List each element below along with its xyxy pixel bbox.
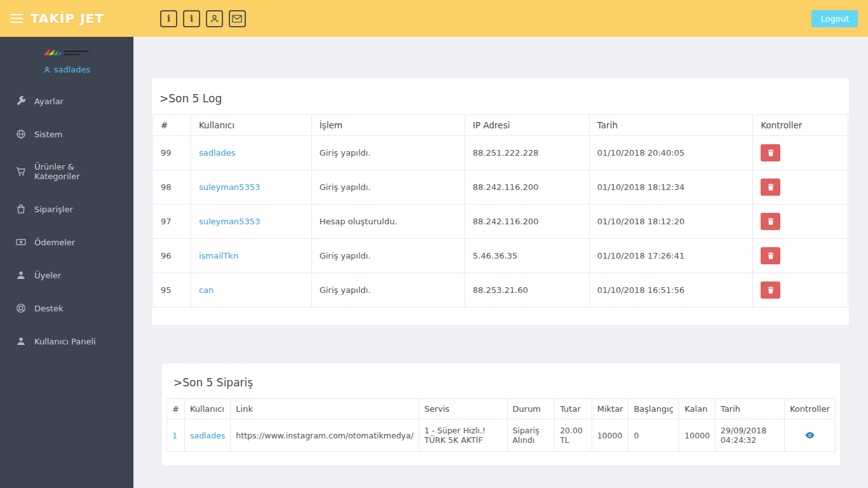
- cell-date: 01/10/2018 16:51:56: [589, 273, 752, 308]
- table-row: 1 sadlades https://www.instagram.com/oto…: [167, 419, 836, 452]
- column-header: #: [167, 399, 185, 419]
- topbar-icon-group: i i: [160, 10, 246, 27]
- sidebar-item-label: Ödemeler: [34, 238, 75, 247]
- column-header: Başlangıç: [628, 399, 679, 419]
- order-card-title: >Son 5 Sipariş: [166, 376, 836, 398]
- sidebar-item-siparisler[interactable]: Siparişler: [0, 193, 133, 226]
- sidebar-username: sadlades: [54, 65, 91, 74]
- column-header: Miktar: [592, 399, 628, 419]
- sidebar: sadlades Ayarlar Sistem Ürünler & Katego…: [0, 37, 133, 488]
- app-title: TAKİP JET: [31, 11, 104, 26]
- cell-remaining: 10000: [679, 419, 715, 452]
- user-link[interactable]: can: [199, 285, 214, 295]
- sidebar-item-destek[interactable]: Destek: [0, 292, 133, 325]
- column-header: Servis: [419, 399, 507, 419]
- sidebar-item-label: Ayarlar: [34, 97, 64, 106]
- info-icon[interactable]: i: [183, 10, 200, 27]
- cell-id: 95: [153, 273, 191, 308]
- main-content: >Son 5 Log # Kullanıcı İşlem IP Adresi T…: [133, 0, 868, 466]
- users-icon: [16, 270, 26, 280]
- sidebar-item-sistem[interactable]: Sistem: [0, 118, 133, 151]
- column-header: Kontroller: [753, 115, 848, 136]
- column-header: Tarih: [589, 115, 752, 136]
- top-bar: TAKİP JET i i Logout: [0, 0, 868, 37]
- cell-date: 01/10/2018 18:12:20: [589, 205, 752, 239]
- cell-action: Giriş yapıldı.: [311, 239, 465, 273]
- cell-id: 96: [153, 239, 191, 273]
- cell-ip: 88.242.116.200: [465, 170, 590, 205]
- user-link[interactable]: ismailTkn: [199, 251, 238, 261]
- column-header: Kullanıcı: [191, 115, 311, 136]
- order-table-header-row: # Kullanıcı Link Servis Durum Tutar Mikt…: [167, 399, 836, 419]
- user-link[interactable]: sadlades: [190, 431, 225, 440]
- user-icon: [43, 66, 51, 74]
- sidebar-item-label: Üyeler: [34, 271, 61, 280]
- cell-date: 29/09/2018 04:24:32: [715, 419, 785, 452]
- sidebar-username-link[interactable]: sadlades: [0, 61, 133, 81]
- sidebar-item-label: Destek: [34, 304, 63, 313]
- column-header: Tutar: [555, 399, 592, 419]
- cell-action: Giriş yapıldı.: [311, 136, 465, 170]
- table-row: 99 sadlades Giriş yapıldı. 88.251.222.22…: [153, 136, 848, 170]
- order-table: # Kullanıcı Link Servis Durum Tutar Mikt…: [166, 398, 836, 452]
- cell-ip: 88.242.116.200: [465, 205, 590, 239]
- column-header: Kullanıcı: [184, 399, 230, 419]
- cell-action: Hesap oluşturuldu.: [311, 205, 465, 239]
- sidebar-item-urunler-kategoriler[interactable]: Ürünler & Kategoriler: [0, 151, 133, 193]
- logout-button[interactable]: Logout: [811, 10, 858, 27]
- cell-date: 01/10/2018 18:12:34: [589, 170, 752, 205]
- column-header: Kontroller: [784, 399, 835, 419]
- delete-log-button[interactable]: [761, 179, 780, 196]
- support-icon: [16, 303, 26, 313]
- delete-log-button[interactable]: [761, 281, 780, 299]
- banknote-icon: [16, 237, 26, 247]
- globe-icon: [16, 129, 26, 139]
- user-icon[interactable]: [206, 10, 223, 27]
- cart-icon: [16, 166, 26, 177]
- table-row: 96 ismailTkn Giriş yapıldı. 5.46.36.35 0…: [153, 239, 848, 273]
- user-link[interactable]: suleyman5353: [199, 217, 260, 226]
- column-header: IP Adresi: [465, 115, 590, 136]
- mail-icon[interactable]: [229, 10, 246, 27]
- info-icon[interactable]: i: [160, 10, 177, 27]
- cell-id: 97: [153, 205, 191, 239]
- trash-icon: [767, 217, 775, 226]
- menu-toggle-icon[interactable]: [10, 14, 23, 23]
- column-header: Durum: [507, 399, 555, 419]
- view-order-button[interactable]: [804, 431, 815, 439]
- log-card: >Son 5 Log # Kullanıcı İşlem IP Adresi T…: [152, 78, 849, 325]
- sidebar-item-odemeler[interactable]: Ödemeler: [0, 226, 133, 259]
- delete-log-button[interactable]: [761, 144, 780, 161]
- user-icon: [16, 336, 26, 346]
- cell-ip: 88.251.222.228: [465, 136, 590, 170]
- column-header: Kalan: [679, 399, 715, 419]
- user-link[interactable]: suleyman5353: [199, 182, 260, 192]
- cell-service: 1 - Süper Hızlı.! TÜRK 5K AKTİF: [419, 419, 507, 452]
- cell-id: 99: [153, 136, 191, 170]
- cell-action: Giriş yapıldı.: [311, 170, 465, 205]
- cell-date: 01/10/2018 17:26:41: [589, 239, 752, 273]
- cell-id: 98: [153, 170, 191, 205]
- eye-icon: [804, 431, 815, 439]
- log-table: # Kullanıcı İşlem IP Adresi Tarih Kontro…: [153, 114, 848, 308]
- sidebar-item-label: Siparişler: [34, 205, 73, 214]
- cell-ip: 88.253.21.60: [465, 273, 590, 308]
- log-card-title: >Son 5 Log: [153, 92, 848, 114]
- sidebar-item-label: Ürünler & Kategoriler: [34, 162, 118, 181]
- trash-icon: [767, 149, 775, 157]
- cell-action: Giriş yapıldı.: [311, 273, 465, 308]
- user-link[interactable]: sadlades: [199, 148, 236, 158]
- column-header: İşlem: [311, 115, 465, 136]
- cell-status: Sipariş Alındı: [507, 419, 555, 452]
- order-id-link[interactable]: 1: [172, 431, 177, 440]
- trash-icon: [767, 183, 775, 191]
- table-row: 97 suleyman5353 Hesap oluşturuldu. 88.24…: [153, 205, 848, 239]
- sidebar-item-uyeler[interactable]: Üyeler: [0, 259, 133, 292]
- sidebar-item-label: Kullanıcı Paneli: [34, 337, 96, 346]
- cell-price: 20.00 TL: [555, 419, 592, 452]
- column-header: Tarih: [715, 399, 785, 419]
- sidebar-item-kullanici-paneli[interactable]: Kullanıcı Paneli: [0, 325, 133, 358]
- sidebar-item-ayarlar[interactable]: Ayarlar: [0, 85, 133, 118]
- delete-log-button[interactable]: [761, 247, 780, 264]
- delete-log-button[interactable]: [761, 213, 780, 230]
